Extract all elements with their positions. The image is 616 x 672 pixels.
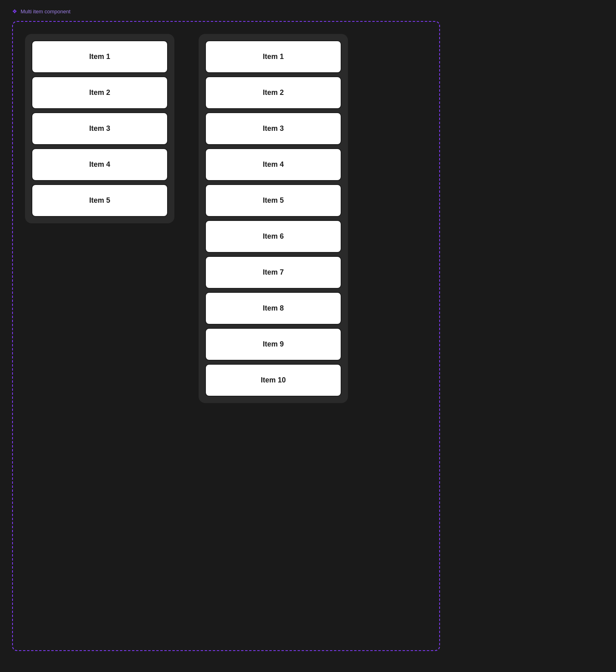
left-list-item-5[interactable]: Item 5 (31, 184, 168, 217)
right-list-item-3[interactable]: Item 3 (205, 112, 342, 145)
right-list-item-label-3: Item 3 (263, 124, 284, 133)
right-list-item-label-1: Item 1 (263, 52, 284, 61)
left-list-item-3[interactable]: Item 3 (31, 112, 168, 145)
right-list-item-6[interactable]: Item 6 (205, 220, 342, 253)
left-list-item-label-1: Item 1 (89, 52, 110, 61)
right-list-item-5[interactable]: Item 5 (205, 184, 342, 217)
component-icon: ❖ (12, 8, 17, 15)
right-panel: Item 1Item 2Item 3Item 4Item 5Item 6Item… (199, 34, 348, 403)
outer-container: Item 1Item 2Item 3Item 4Item 5 Item 1Ite… (12, 21, 440, 651)
right-list-item-label-6: Item 6 (263, 232, 284, 241)
right-list-item-1[interactable]: Item 1 (205, 40, 342, 73)
right-list-item-label-2: Item 2 (263, 88, 284, 97)
right-list-item-10[interactable]: Item 10 (205, 364, 342, 397)
right-list-item-4[interactable]: Item 4 (205, 148, 342, 181)
right-list-item-8[interactable]: Item 8 (205, 292, 342, 325)
left-list-item-label-2: Item 2 (89, 88, 110, 97)
left-list-item-label-3: Item 3 (89, 124, 110, 133)
right-list-item-label-8: Item 8 (263, 304, 284, 313)
left-list-item-4[interactable]: Item 4 (31, 148, 168, 181)
left-list-item-1[interactable]: Item 1 (31, 40, 168, 73)
right-list-item-label-5: Item 5 (263, 196, 284, 205)
right-list-item-9[interactable]: Item 9 (205, 328, 342, 361)
right-list-item-label-10: Item 10 (261, 376, 286, 384)
left-list-item-2[interactable]: Item 2 (31, 76, 168, 109)
left-list-item-label-5: Item 5 (89, 196, 110, 205)
right-list-item-label-4: Item 4 (263, 160, 284, 169)
right-list-item-7[interactable]: Item 7 (205, 256, 342, 289)
component-title: Multi item component (21, 8, 71, 15)
right-list-item-label-7: Item 7 (263, 268, 284, 277)
left-panel: Item 1Item 2Item 3Item 4Item 5 (25, 34, 174, 223)
right-list-item-label-9: Item 9 (263, 340, 284, 349)
right-list-item-2[interactable]: Item 2 (205, 76, 342, 109)
left-list-item-label-4: Item 4 (89, 160, 110, 169)
component-header: ❖ Multi item component (12, 8, 71, 15)
